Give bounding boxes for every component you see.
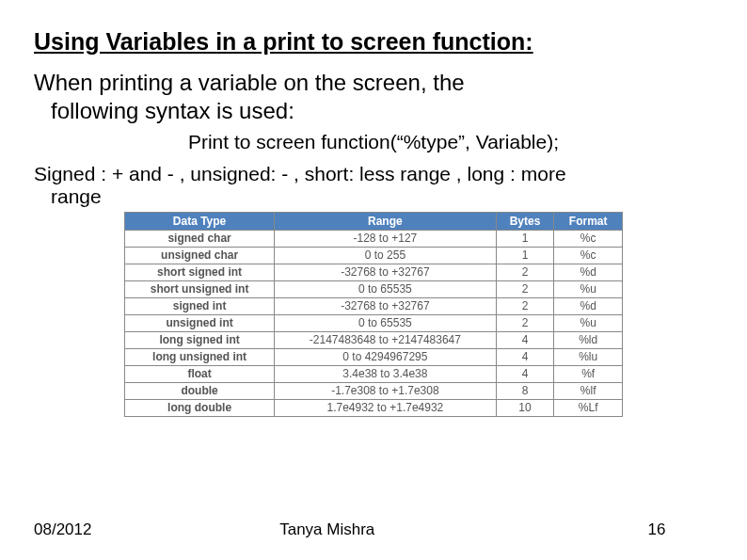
cell-data-type: long double (125, 400, 275, 417)
intro-text: When printing a variable on the screen, … (34, 69, 713, 125)
cell-range: 0 to 65535 (275, 281, 497, 298)
cell-bytes: 8 (496, 383, 554, 400)
table-row: double-1.7e308 to +1.7e3088%lf (125, 383, 623, 400)
cell-bytes: 2 (496, 315, 554, 332)
cell-range: 3.4e38 to 3.4e38 (275, 366, 497, 383)
cell-format: %f (554, 366, 623, 383)
cell-data-type: unsigned char (125, 248, 275, 264)
cell-bytes: 4 (496, 366, 554, 383)
cell-range: -128 to +127 (275, 231, 497, 248)
cell-format: %c (554, 248, 623, 264)
cell-bytes: 2 (496, 264, 554, 281)
syntax-line: Print to screen function(“%type”, Variab… (34, 131, 713, 153)
cell-range: -32768 to +32767 (275, 264, 497, 281)
col-bytes: Bytes (496, 213, 554, 231)
intro-line2: following syntax is used: (34, 97, 713, 125)
footer-page: 16 (600, 520, 713, 539)
cell-data-type: short signed int (125, 264, 275, 281)
slide-title: Using Variables in a print to screen fun… (34, 28, 713, 56)
cell-range: -2147483648 to +2147483647 (275, 332, 497, 349)
cell-range: 0 to 255 (275, 248, 497, 264)
cell-format: %ld (554, 332, 623, 349)
note-line1: Signed : + and - , unsigned: - , short: … (34, 163, 566, 184)
data-type-table: Data Type Range Bytes Format signed char… (124, 212, 623, 417)
cell-bytes: 2 (496, 281, 554, 298)
col-format: Format (554, 213, 623, 231)
intro-line1: When printing a variable on the screen, … (34, 70, 465, 95)
cell-format: %c (554, 231, 623, 248)
cell-data-type: float (125, 366, 275, 383)
col-data-type: Data Type (125, 213, 275, 231)
table-row: float3.4e38 to 3.4e384%f (125, 366, 623, 383)
note-text: Signed : + and - , unsigned: - , short: … (34, 163, 713, 208)
cell-range: 0 to 65535 (275, 315, 497, 332)
table-row: signed int-32768 to +327672%d (125, 298, 623, 315)
table-header-row: Data Type Range Bytes Format (125, 213, 623, 231)
table-row: short signed int-32768 to +327672%d (125, 264, 623, 281)
table-row: unsigned char0 to 2551%c (125, 248, 623, 264)
col-range: Range (275, 213, 497, 231)
cell-format: %d (554, 264, 623, 281)
cell-range: -32768 to +32767 (275, 298, 497, 315)
cell-format: %u (554, 281, 623, 298)
table-row: long signed int-2147483648 to +214748364… (125, 332, 623, 349)
table-row: long double1.7e4932 to +1.7e493210%Lf (125, 400, 623, 417)
table-row: long unsigned int0 to 42949672954%lu (125, 349, 623, 366)
table-row: signed char-128 to +1271%c (125, 231, 623, 248)
cell-data-type: long unsigned int (125, 349, 275, 366)
table-row: short unsigned int0 to 655352%u (125, 281, 623, 298)
cell-bytes: 4 (496, 332, 554, 349)
cell-range: 0 to 4294967295 (275, 349, 497, 366)
cell-range: -1.7e308 to +1.7e308 (275, 383, 497, 400)
note-line2: range (34, 185, 713, 208)
cell-format: %Lf (554, 400, 623, 417)
cell-data-type: signed char (125, 231, 275, 248)
slide-footer: 08/2012 Tanya Mishra 16 (34, 520, 713, 539)
cell-bytes: 4 (496, 349, 554, 366)
cell-bytes: 2 (496, 298, 554, 315)
cell-data-type: short unsigned int (125, 281, 275, 298)
cell-format: %lf (554, 383, 623, 400)
table-row: unsigned int0 to 655352%u (125, 315, 623, 332)
cell-data-type: long signed int (125, 332, 275, 349)
cell-format: %lu (554, 349, 623, 366)
cell-data-type: signed int (125, 298, 275, 315)
cell-data-type: unsigned int (125, 315, 275, 332)
cell-range: 1.7e4932 to +1.7e4932 (275, 400, 497, 417)
cell-bytes: 1 (496, 248, 554, 264)
cell-bytes: 1 (496, 231, 554, 248)
cell-format: %u (554, 315, 623, 332)
cell-format: %d (554, 298, 623, 315)
cell-data-type: double (125, 383, 275, 400)
cell-bytes: 10 (496, 400, 554, 417)
footer-author: Tanya Mishra (54, 520, 600, 539)
